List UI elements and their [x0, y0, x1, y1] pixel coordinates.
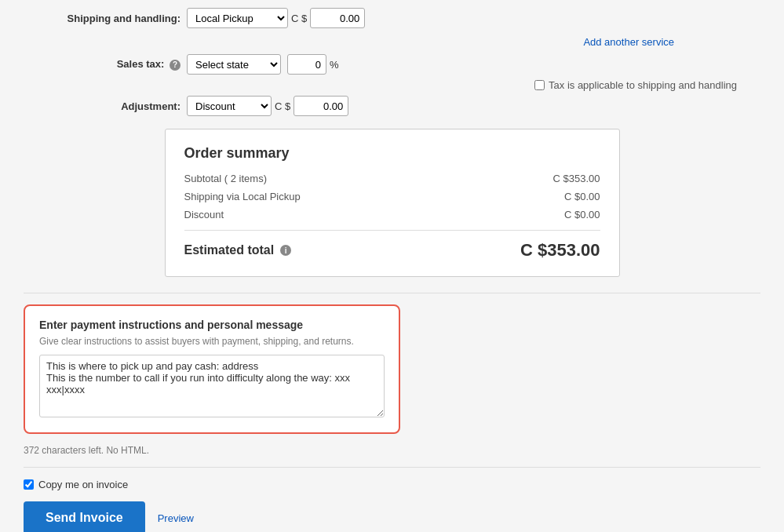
payment-instructions-section: Enter payment instructions and personal … — [24, 304, 400, 434]
sales-tax-info-icon: ? — [170, 60, 181, 71]
shipping-select[interactable]: Local Pickup Flat Rate Free Shipping Cus… — [187, 8, 288, 28]
copy-me-checkbox[interactable] — [24, 479, 34, 490]
shipping-currency: C $ — [291, 13, 307, 24]
copy-me-label: Copy me on invoice — [38, 479, 128, 490]
add-service-link[interactable]: Add another service — [583, 36, 674, 48]
estimated-total-label: Estimated total i — [184, 243, 292, 257]
summary-discount-amount: C $0.00 — [564, 209, 600, 220]
send-invoice-button[interactable]: Send Invoice — [24, 501, 145, 532]
summary-discount-row: Discount C $0.00 — [184, 209, 600, 220]
summary-subtotal-amount: C $353.00 — [553, 173, 600, 184]
adjustment-label: Adjustment: — [24, 100, 181, 112]
summary-divider — [184, 230, 600, 231]
shipping-amount[interactable] — [310, 8, 365, 28]
sales-tax-rate[interactable] — [287, 54, 326, 75]
summary-discount-label: Discount — [184, 209, 224, 220]
summary-shipping-row: Shipping via Local Pickup C $0.00 — [184, 191, 600, 202]
estimated-total-info-icon: i — [280, 245, 291, 256]
sales-tax-row: Sales tax: ? Select state CA NY TX FL % — [24, 54, 760, 75]
shipping-label: Shipping and handling: — [24, 13, 181, 24]
summary-subtotal-label: Subtotal ( 2 items) — [184, 173, 268, 184]
page-container: Shipping and handling: Local Pickup Flat… — [0, 0, 784, 532]
action-row: Send Invoice Preview — [24, 501, 760, 532]
adjustment-row: Adjustment: Discount Surcharge C $ — [24, 96, 760, 116]
payment-instructions-textarea[interactable]: This is where to pick up and pay cash: a… — [39, 355, 385, 417]
payment-instructions-subtitle: Give clear instructions to assist buyers… — [39, 336, 385, 347]
estimated-total-amount: C $353.00 — [520, 240, 600, 261]
sales-tax-label: Sales tax: ? — [24, 58, 181, 71]
copy-me-divider — [24, 467, 760, 468]
tax-applicable-row: Tax is applicable to shipping and handli… — [24, 79, 760, 91]
adjustment-currency: C $ — [275, 100, 290, 112]
shipping-row: Shipping and handling: Local Pickup Flat… — [24, 8, 760, 28]
order-summary-title: Order summary — [184, 145, 600, 162]
tax-shipping-label: Tax is applicable to shipping and handli… — [549, 79, 737, 91]
sales-tax-select[interactable]: Select state CA NY TX FL — [187, 54, 281, 75]
adjustment-amount[interactable] — [294, 96, 348, 116]
payment-instructions-title: Enter payment instructions and personal … — [39, 319, 385, 331]
section-divider — [24, 293, 760, 293]
summary-shipping-amount: C $0.00 — [564, 191, 600, 202]
char-count: 372 characters left. No HTML. — [24, 445, 760, 456]
add-service-row: Add another service — [24, 36, 760, 48]
copy-me-row: Copy me on invoice — [24, 479, 760, 490]
order-summary-box: Order summary Subtotal ( 2 items) C $353… — [165, 129, 620, 277]
preview-link[interactable]: Preview — [158, 512, 194, 524]
summary-total-row: Estimated total i C $353.00 — [184, 240, 600, 261]
tax-shipping-checkbox[interactable] — [534, 80, 545, 90]
summary-subtotal-row: Subtotal ( 2 items) C $353.00 — [184, 173, 600, 184]
summary-shipping-label: Shipping via Local Pickup — [184, 191, 301, 202]
percent-label: % — [330, 59, 339, 71]
adjustment-type-select[interactable]: Discount Surcharge — [187, 96, 272, 116]
